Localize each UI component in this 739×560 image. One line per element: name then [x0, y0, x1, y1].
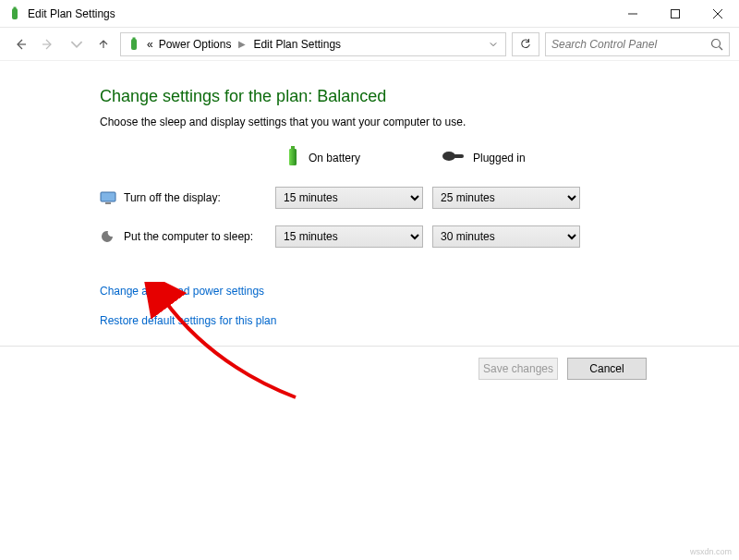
footer-buttons: Save changes Cancel	[0, 346, 739, 391]
nav-back-button[interactable]	[9, 33, 31, 55]
close-button[interactable]	[697, 0, 739, 27]
refresh-button[interactable]	[512, 32, 539, 56]
svg-rect-18	[105, 202, 111, 204]
titlebar: Edit Plan Settings	[0, 0, 739, 28]
window-title: Edit Plan Settings	[28, 7, 612, 20]
svg-line-11	[720, 46, 723, 50]
power-options-icon	[7, 6, 22, 21]
watermark: wsxdn.com	[690, 547, 732, 556]
settings-grid: On battery Plugged in Turn off the displ…	[100, 145, 702, 248]
breadcrumb-prefix: «	[147, 38, 153, 51]
row-sleep: Put the computer to sleep:	[100, 228, 266, 245]
nav-recent-button[interactable]	[65, 33, 87, 55]
save-button: Save changes	[479, 358, 558, 380]
power-options-icon	[127, 37, 141, 52]
svg-rect-0	[12, 8, 18, 19]
svg-rect-1	[14, 6, 17, 8]
svg-rect-13	[291, 146, 295, 149]
breadcrumb-current[interactable]: Edit Plan Settings	[253, 38, 341, 51]
minimize-button[interactable]	[612, 0, 654, 27]
cancel-button[interactable]: Cancel	[567, 358, 647, 380]
page-description: Choose the sleep and display settings th…	[100, 116, 702, 128]
link-restore-defaults[interactable]: Restore default settings for this plan	[100, 314, 702, 327]
chevron-right-icon: ▶	[238, 39, 246, 49]
svg-point-15	[442, 152, 455, 161]
page-title: Change settings for the plan: Balanced	[100, 87, 702, 106]
display-off-battery-select[interactable]: 15 minutes	[275, 187, 423, 209]
row-display-off: Turn off the display:	[100, 189, 266, 206]
navbar: « Power Options ▶ Edit Plan Settings	[0, 28, 739, 61]
display-off-plugged-select[interactable]: 25 minutes	[432, 187, 580, 209]
sleep-battery-select[interactable]: 15 minutes	[275, 225, 423, 248]
sleep-icon	[100, 228, 116, 245]
svg-rect-16	[454, 154, 464, 158]
row-sleep-label: Put the computer to sleep:	[124, 230, 253, 243]
main-content: Change settings for the plan: Balanced C…	[0, 61, 739, 327]
svg-rect-8	[131, 39, 137, 50]
nav-forward-button[interactable]	[37, 33, 59, 55]
search-input[interactable]	[551, 33, 710, 55]
svg-rect-9	[133, 37, 136, 39]
column-header-battery-label: On battery	[309, 152, 360, 164]
search-box[interactable]	[545, 32, 730, 56]
column-header-battery: On battery	[275, 145, 423, 170]
maximize-button[interactable]	[654, 0, 697, 27]
search-icon	[710, 38, 723, 51]
breadcrumb-parent[interactable]: Power Options	[159, 38, 232, 51]
address-dropdown[interactable]	[485, 41, 502, 48]
svg-rect-3	[672, 9, 680, 18]
sleep-plugged-select[interactable]: 30 minutes	[432, 225, 580, 248]
link-advanced-power-settings[interactable]: Change advanced power settings	[100, 285, 702, 298]
battery-icon	[285, 145, 301, 170]
display-icon	[100, 189, 116, 206]
column-header-plugged: Plugged in	[432, 149, 580, 166]
svg-rect-14	[289, 149, 297, 165]
nav-up-button[interactable]	[92, 33, 115, 55]
window-controls	[612, 0, 739, 27]
links-section: Change advanced power settings Restore d…	[100, 285, 702, 327]
svg-point-10	[712, 39, 721, 47]
svg-rect-17	[101, 192, 115, 201]
address-bar[interactable]: « Power Options ▶ Edit Plan Settings	[120, 32, 506, 56]
column-header-plugged-label: Plugged in	[473, 152, 526, 164]
row-display-off-label: Turn off the display:	[124, 191, 221, 204]
plug-icon	[442, 149, 466, 166]
